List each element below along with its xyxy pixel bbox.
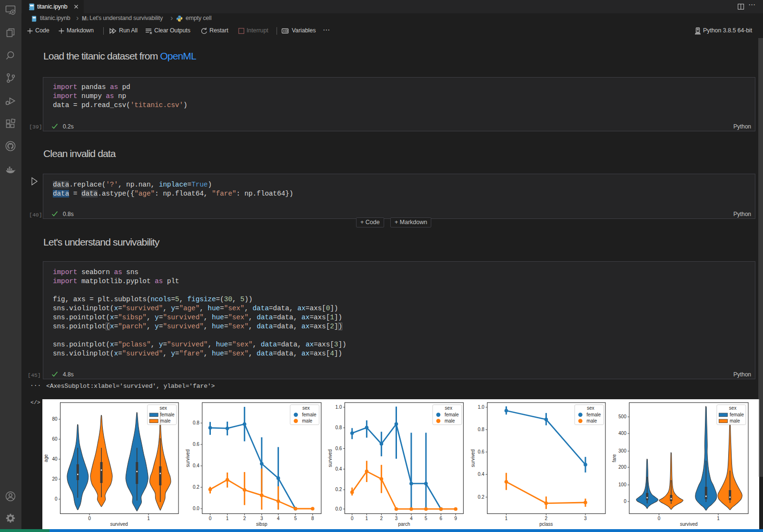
svg-text:1: 1 (226, 516, 229, 521)
svg-text:sex: sex (587, 405, 595, 411)
svg-text:0.6: 0.6 (478, 449, 485, 454)
svg-text:survived: survived (185, 449, 190, 467)
svg-text:0: 0 (209, 516, 212, 521)
svg-text:sex: sex (445, 405, 453, 411)
svg-text:fare: fare (612, 454, 617, 463)
svg-text:survived: survived (327, 449, 333, 467)
svg-text:4: 4 (410, 516, 413, 521)
svg-text:0: 0 (55, 496, 58, 502)
svg-text:5: 5 (294, 516, 297, 521)
svg-text:male: male (302, 418, 313, 424)
svg-text:0.4: 0.4 (193, 463, 199, 468)
svg-text:9: 9 (455, 516, 457, 521)
svg-text:6: 6 (440, 516, 443, 521)
svg-text:0.8: 0.8 (193, 420, 199, 425)
svg-text:3: 3 (260, 516, 263, 521)
svg-text:60: 60 (52, 436, 58, 442)
svg-text:age: age (43, 454, 49, 462)
svg-text:0.8: 0.8 (478, 427, 485, 432)
svg-text:0.8: 0.8 (335, 425, 342, 430)
svg-text:2: 2 (243, 516, 246, 521)
svg-text:2: 2 (380, 516, 383, 521)
svg-text:sex: sex (729, 405, 737, 411)
svg-text:female: female (730, 412, 744, 417)
svg-text:male: male (586, 418, 597, 424)
svg-text:survived: survived (470, 449, 476, 467)
svg-text:0.0: 0.0 (335, 506, 342, 512)
svg-text:400: 400 (618, 431, 626, 436)
svg-text:sibsp: sibsp (256, 522, 268, 527)
svg-text:male: male (160, 418, 171, 424)
svg-text:0.6: 0.6 (193, 442, 199, 447)
svg-text:female: female (445, 412, 459, 417)
svg-text:200: 200 (618, 464, 626, 470)
svg-text:0.2: 0.2 (193, 484, 199, 490)
svg-text:40: 40 (52, 456, 58, 462)
svg-text:8: 8 (311, 516, 314, 521)
svg-text:0.0: 0.0 (193, 506, 199, 511)
svg-text:0.6: 0.6 (335, 446, 342, 451)
svg-text:80: 80 (52, 416, 58, 422)
svg-text:0.2: 0.2 (335, 487, 342, 492)
svg-text:20: 20 (52, 476, 58, 482)
svg-text:female: female (160, 412, 175, 417)
svg-text:0: 0 (351, 516, 354, 521)
svg-text:0: 0 (88, 516, 91, 521)
svg-text:male: male (445, 418, 455, 424)
svg-text:0.4: 0.4 (335, 466, 342, 472)
svg-text:female: female (586, 412, 601, 417)
svg-text:parch: parch (398, 522, 410, 527)
svg-text:pclass: pclass (539, 522, 553, 527)
svg-text:0.4: 0.4 (478, 472, 485, 477)
svg-text:2: 2 (545, 516, 548, 521)
svg-text:0: 0 (624, 499, 626, 504)
svg-text:3: 3 (395, 516, 398, 521)
svg-text:1: 1 (717, 516, 720, 521)
svg-text:0.2: 0.2 (478, 494, 485, 500)
svg-text:survived: survived (110, 522, 128, 527)
svg-text:5: 5 (425, 516, 427, 521)
svg-text:1: 1 (505, 516, 508, 521)
svg-text:500: 500 (618, 414, 626, 419)
svg-text:100: 100 (618, 482, 626, 487)
svg-text:1.0: 1.0 (335, 404, 342, 410)
svg-text:male: male (730, 418, 740, 424)
svg-text:sex: sex (159, 405, 167, 411)
svg-text:1: 1 (366, 516, 368, 521)
svg-text:female: female (302, 412, 317, 417)
svg-text:1: 1 (147, 516, 150, 521)
svg-text:4: 4 (277, 516, 280, 521)
svg-text:survived: survived (680, 522, 697, 527)
svg-text:sex: sex (302, 405, 310, 411)
svg-text:300: 300 (618, 448, 626, 453)
svg-text:0: 0 (658, 516, 661, 521)
svg-text:1.0: 1.0 (478, 404, 485, 410)
svg-text:3: 3 (584, 516, 587, 521)
